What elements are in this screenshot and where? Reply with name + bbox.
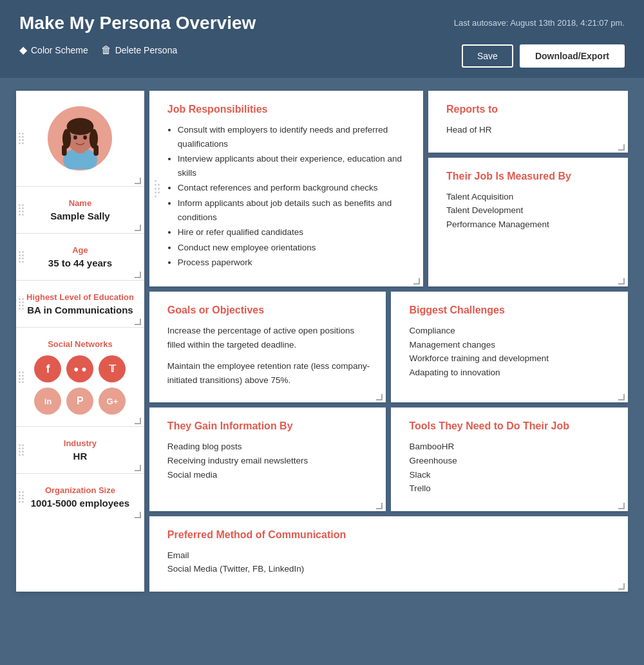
header-actions: ◆ Color Scheme 🗑 Delete Persona: [19, 44, 177, 68]
delete-persona-label: Delete Persona: [115, 45, 178, 55]
left-column: Name Sample Sally Age 35 to 44 years Hig…: [16, 91, 144, 592]
reports-to-card: Reports to Head of HR: [428, 91, 628, 153]
pinterest-icon[interactable]: P: [66, 388, 93, 415]
delete-persona-action[interactable]: 🗑 Delete Persona: [101, 44, 178, 56]
color-scheme-action[interactable]: ◆ Color Scheme: [19, 44, 88, 56]
save-button[interactable]: Save: [462, 44, 513, 68]
list-item: Hire or refer qualified candidates: [178, 225, 410, 239]
social-row-2: in P G+: [34, 388, 126, 415]
social-card: Social Networks f ● ● 𝕋 in P G+: [16, 328, 144, 427]
list-item: Inform applicants about job details such…: [178, 196, 410, 224]
header-top: Make My Persona Overview Last autosave: …: [19, 13, 625, 33]
social-row-1: f ● ● 𝕋: [34, 355, 126, 382]
tools-card: Tools They Need to Do Their Job BambooHR…: [391, 407, 628, 510]
resize-handle[interactable]: [618, 394, 625, 400]
trash-icon: 🗑: [101, 44, 111, 56]
svg-point-4: [67, 118, 94, 135]
drag-handle[interactable]: [155, 180, 160, 197]
org-size-card: Organization Size 1001-5000 employees: [16, 474, 144, 520]
communication-title: Preferred Method of Communication: [167, 529, 615, 541]
industry-label: Industry: [26, 438, 134, 448]
education-label: Highest Level of Education: [26, 292, 134, 302]
resize-handle[interactable]: [413, 278, 420, 285]
autosave-text: Last autosave: August 13th 2018, 4:21:07…: [454, 13, 625, 28]
list-item: Adapating to innovation: [409, 366, 615, 380]
resize-handle[interactable]: [135, 512, 141, 518]
job-responsibilities-list: Consult with employers to identify needs…: [167, 123, 410, 270]
drag-handle[interactable]: [19, 251, 24, 263]
resize-handle[interactable]: [135, 319, 141, 325]
org-size-label: Organization Size: [26, 485, 134, 495]
social-label: Social Networks: [26, 339, 134, 349]
age-card: Age 35 to 44 years: [16, 234, 144, 281]
linkedin-icon[interactable]: in: [34, 388, 61, 415]
resize-handle[interactable]: [135, 178, 141, 184]
list-item: Talent Development: [446, 203, 615, 218]
tools-title: Tools They Need to Do Their Job: [409, 420, 615, 432]
list-item: Email: [167, 548, 615, 563]
goals-para-2: Maintain the employee retention rate (le…: [167, 359, 374, 387]
list-item: Performance Management: [446, 218, 615, 232]
name-label: Name: [26, 198, 134, 208]
color-scheme-label: Color Scheme: [31, 45, 88, 55]
education-card: Highest Level of Education BA in Communi…: [16, 281, 144, 328]
svg-point-10: [83, 135, 87, 140]
drag-handle[interactable]: [19, 444, 24, 456]
name-value: Sample Sally: [26, 211, 134, 221]
drag-handle[interactable]: [19, 371, 24, 383]
list-item: Greenhouse: [409, 454, 615, 468]
right-columns: Job Responsibilities Consult with employ…: [149, 91, 628, 592]
avatar-svg: [50, 108, 111, 169]
list-item: Consult with employers to identify needs…: [178, 123, 410, 151]
header: Make My Persona Overview Last autosave: …: [0, 0, 644, 78]
color-scheme-icon: ◆: [19, 44, 27, 56]
gain-info-card: They Gain Information By Reading blog po…: [149, 407, 386, 510]
list-item: Contact references and perform backgroun…: [178, 181, 410, 195]
list-item: Talent Acquisition: [446, 190, 615, 204]
resize-handle[interactable]: [135, 418, 141, 424]
avatar-card: [16, 91, 144, 187]
challenges-title: Biggest Challenges: [409, 304, 615, 316]
facebook-icon[interactable]: f: [34, 355, 61, 382]
main-content: Name Sample Sally Age 35 to 44 years Hig…: [0, 78, 644, 604]
list-item: Workforce training and development: [409, 351, 615, 366]
goals-card: Goals or Objectives Increase the percent…: [149, 292, 386, 402]
google-plus-icon[interactable]: G+: [99, 388, 126, 415]
download-button[interactable]: Download/Export: [520, 44, 625, 68]
age-label: Age: [26, 245, 134, 255]
avatar: [48, 106, 112, 171]
list-item: Slack: [409, 468, 615, 482]
resize-handle[interactable]: [618, 583, 625, 590]
page-title: Make My Persona Overview: [19, 13, 256, 33]
resize-handle[interactable]: [618, 503, 625, 509]
goals-para-1: Increase the percentage of active open p…: [167, 324, 374, 351]
instagram-icon[interactable]: ● ●: [66, 355, 93, 382]
job-responsibilities-title: Job Responsibilities: [167, 104, 410, 115]
list-item: Compliance: [409, 324, 615, 338]
svg-rect-8: [93, 145, 99, 156]
resize-handle[interactable]: [135, 225, 141, 231]
list-item: Receiving industry email newsletters: [167, 454, 374, 468]
resize-handle[interactable]: [135, 465, 141, 471]
resize-handle[interactable]: [618, 278, 625, 285]
measured-by-title: Their Job Is Measured By: [446, 171, 615, 182]
resize-handle[interactable]: [376, 394, 383, 400]
list-item: Social media: [167, 468, 374, 482]
resize-handle[interactable]: [618, 144, 625, 151]
social-icons: f ● ● 𝕋 in P G+: [26, 355, 134, 415]
resize-handle[interactable]: [135, 272, 141, 278]
age-value: 35 to 44 years: [26, 258, 134, 268]
svg-rect-7: [62, 145, 67, 156]
twitter-icon[interactable]: 𝕋: [99, 355, 126, 382]
drag-handle[interactable]: [19, 491, 24, 503]
header-buttons: Last autosave: August 13th 2018, 4:21:07…: [454, 13, 625, 28]
drag-handle[interactable]: [19, 298, 24, 310]
drag-handle[interactable]: [19, 204, 24, 216]
industry-card: Industry HR: [16, 427, 144, 474]
communication-card: Preferred Method of Communication Email …: [149, 516, 628, 592]
resize-handle[interactable]: [376, 503, 383, 509]
goals-title: Goals or Objectives: [167, 304, 374, 316]
grid-row-3: They Gain Information By Reading blog po…: [149, 407, 628, 510]
drag-handle[interactable]: [19, 133, 24, 144]
measured-by-card: Their Job Is Measured By Talent Acquisit…: [428, 158, 628, 286]
